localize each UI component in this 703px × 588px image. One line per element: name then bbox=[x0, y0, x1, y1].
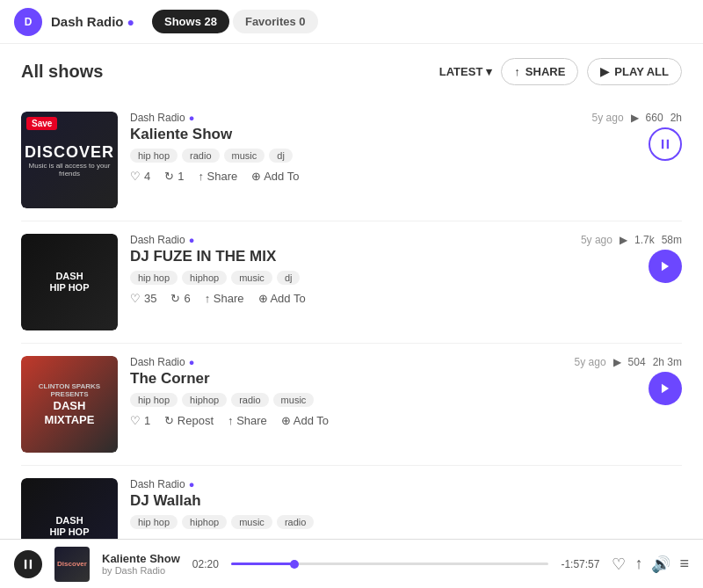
tag[interactable]: hip hop bbox=[130, 149, 178, 163]
verified-icon: ● bbox=[189, 357, 195, 367]
svg-rect-4 bbox=[25, 559, 26, 569]
show-author: Dash Radio ● bbox=[130, 356, 562, 368]
all-shows-title: All shows bbox=[21, 62, 103, 82]
show-author: Dash Radio ● bbox=[130, 112, 564, 124]
tag[interactable]: radio bbox=[182, 149, 219, 163]
pause-button[interactable] bbox=[649, 127, 682, 161]
tag[interactable]: hip hop bbox=[130, 271, 178, 285]
player-progress-bar[interactable] bbox=[231, 563, 549, 565]
like-button[interactable]: ♡ 35 bbox=[130, 292, 156, 305]
bottom-player: Discover Kaliente Show by Dash Radio 02:… bbox=[0, 539, 703, 588]
duration: 2h bbox=[670, 112, 682, 124]
header-tabs: Shows 28 Favorites 0 bbox=[152, 10, 318, 33]
thumb-text: DASHHIP HOP bbox=[49, 515, 89, 538]
show-title: DJ FUZE IN THE MIX bbox=[130, 248, 564, 265]
save-badge[interactable]: Save bbox=[26, 117, 57, 130]
channel-name: Dash Radio bbox=[51, 14, 124, 29]
show-item: Discover Music is all access to your fri… bbox=[21, 99, 682, 221]
play-button[interactable] bbox=[649, 372, 682, 405]
play-icon: ▶ bbox=[600, 65, 609, 78]
tag[interactable]: dj bbox=[269, 149, 293, 163]
thumb-text: Discover bbox=[25, 143, 114, 162]
verified-icon: ● bbox=[189, 479, 195, 490]
show-meta: 5y ago ▶ 1.7k 58m bbox=[576, 234, 682, 283]
share-button[interactable]: ↑ Share bbox=[205, 292, 244, 305]
volume-icon[interactable]: 🔊 bbox=[651, 555, 670, 574]
svg-marker-2 bbox=[662, 262, 669, 272]
show-actions: ♡ 1 ↻ Repost ↑ Share ⊕ Add To bbox=[130, 414, 562, 427]
show-thumbnail: Discover Music is all access to your fri… bbox=[21, 112, 118, 208]
player-info: Kaliente Show by Dash Radio bbox=[102, 552, 180, 576]
show-title: Kaliente Show bbox=[130, 126, 564, 143]
play-count: ▶ 660 bbox=[631, 112, 663, 124]
show-info: Dash Radio ● DJ FUZE IN THE MIX hip hop … bbox=[130, 234, 564, 305]
tag[interactable]: hiphop bbox=[182, 515, 227, 529]
share-button[interactable]: ↑ Share bbox=[228, 414, 267, 427]
tag[interactable]: hiphop bbox=[182, 271, 227, 285]
channel-avatar: D bbox=[14, 8, 42, 36]
show-actions: ♡ 4 ↻ 1 ↑ Share ⊕ Add To bbox=[130, 170, 564, 183]
tag[interactable]: music bbox=[273, 393, 315, 407]
thumb-text: DASHHIP HOP bbox=[49, 271, 89, 294]
thumb-text: CLINTON SPARKS PRESENTS bbox=[21, 382, 118, 399]
tag[interactable]: hip hop bbox=[130, 515, 178, 529]
tag[interactable]: dj bbox=[277, 271, 301, 285]
play-button[interactable] bbox=[649, 250, 682, 283]
share-icon[interactable]: ↑ bbox=[634, 555, 642, 573]
svg-rect-1 bbox=[667, 140, 669, 149]
tag[interactable]: radio bbox=[277, 515, 314, 529]
duration: 2h 3m bbox=[653, 356, 682, 368]
tag[interactable]: hiphop bbox=[182, 393, 227, 407]
latest-sort-button[interactable]: LATEST ▾ bbox=[439, 65, 493, 78]
verified-icon: ● bbox=[189, 235, 195, 245]
tag[interactable]: hip hop bbox=[130, 393, 178, 407]
svg-marker-3 bbox=[662, 384, 669, 394]
page-header: D Dash Radio ● Shows 28 Favorites 0 bbox=[0, 0, 703, 44]
show-info: Dash Radio ● DJ Wallah hip hop hiphop mu… bbox=[130, 478, 682, 536]
player-controls: ♡ ↑ 🔊 ≡ bbox=[612, 555, 689, 574]
tag[interactable]: music bbox=[224, 149, 265, 163]
player-title: Kaliente Show bbox=[102, 552, 180, 565]
repost-button[interactable]: ↻ Repost bbox=[164, 414, 214, 427]
meta-row: 5y ago ▶ 1.7k 58m bbox=[581, 234, 682, 246]
repost-button[interactable]: ↻ 1 bbox=[164, 170, 184, 183]
chevron-down-icon: ▾ bbox=[486, 65, 492, 78]
menu-icon[interactable]: ≡ bbox=[679, 555, 689, 573]
play-all-button[interactable]: ▶ PLAY ALL bbox=[587, 58, 682, 85]
tag[interactable]: radio bbox=[231, 393, 268, 407]
thumb-brand: DASHMIXTAPE bbox=[45, 399, 95, 426]
tab-favorites[interactable]: Favorites 0 bbox=[233, 10, 318, 33]
tab-shows[interactable]: Shows 28 bbox=[152, 10, 229, 33]
add-to-button[interactable]: ⊕ Add To bbox=[251, 170, 299, 183]
show-item: DASHHIP HOP Dash Radio ● DJ FUZE IN THE … bbox=[21, 221, 682, 344]
play-count: ▶ 1.7k bbox=[620, 234, 655, 246]
add-to-button[interactable]: ⊕ Add To bbox=[258, 292, 306, 305]
show-title: DJ Wallah bbox=[130, 492, 682, 510]
show-author: Dash Radio ● bbox=[130, 478, 682, 490]
share-button[interactable]: ↑ Share bbox=[198, 170, 237, 183]
tag[interactable]: music bbox=[231, 515, 272, 529]
tag[interactable]: music bbox=[231, 271, 272, 285]
verified-icon: ● bbox=[189, 113, 195, 123]
player-remaining-time: -1:57:57 bbox=[561, 558, 599, 570]
like-button[interactable]: ♡ 4 bbox=[130, 170, 150, 183]
verified-icon: ● bbox=[127, 15, 134, 29]
like-button[interactable]: ♡ 1 bbox=[130, 414, 150, 427]
main-content: All shows LATEST ▾ ↑ SHARE ▶ PLAY ALL Di… bbox=[0, 44, 703, 588]
show-meta: 5y ago ▶ 504 2h 3m bbox=[575, 356, 682, 405]
player-thumbnail: Discover bbox=[54, 547, 90, 582]
share-button[interactable]: ↑ SHARE bbox=[501, 58, 578, 85]
player-pause-button[interactable] bbox=[14, 550, 42, 578]
tags: hip hop hiphop music radio bbox=[130, 515, 682, 529]
show-info: Dash Radio ● The Corner hip hop hiphop r… bbox=[130, 356, 562, 427]
like-icon[interactable]: ♡ bbox=[612, 555, 626, 574]
show-info: Dash Radio ● Kaliente Show hip hop radio… bbox=[130, 112, 564, 183]
show-author: Dash Radio ● bbox=[130, 234, 564, 246]
all-shows-header: All shows LATEST ▾ ↑ SHARE ▶ PLAY ALL bbox=[21, 58, 682, 85]
repost-button[interactable]: ↻ 6 bbox=[170, 292, 190, 305]
header-actions: LATEST ▾ ↑ SHARE ▶ PLAY ALL bbox=[439, 58, 682, 85]
svg-rect-5 bbox=[30, 559, 32, 569]
add-to-button[interactable]: ⊕ Add To bbox=[281, 414, 329, 427]
tags: hip hop hiphop radio music bbox=[130, 393, 562, 407]
show-thumbnail: CLINTON SPARKS PRESENTS DASHMIXTAPE bbox=[21, 356, 118, 453]
